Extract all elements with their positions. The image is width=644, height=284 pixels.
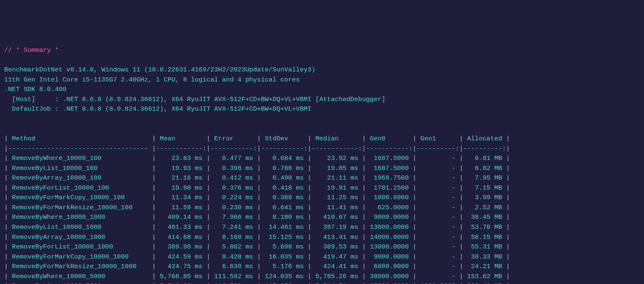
cell-method: RemoveByList_10000_1000 <box>8 223 152 231</box>
cell-method: RemoveByWhere_10000_100 <box>8 155 152 162</box>
cell-error: 0.477 ms <box>210 155 257 162</box>
table-row: | RemoveByForMarkCopy_10000_1000 | 424.5… <box>4 253 510 261</box>
cell-median: 424.41 ms <box>312 263 362 270</box>
table-row: | RemoveByList_10000_1000 | 401.33 ms | … <box>4 223 510 231</box>
cell-error: 0.398 ms <box>210 165 257 172</box>
cell-error: 7.241 ms <box>210 223 257 231</box>
cell-allocated: 7.15 MB <box>463 184 506 192</box>
cell-stddev: 0.641 ms <box>261 204 308 211</box>
cell-median: 5,785.26 ms <box>312 273 362 280</box>
cell-stddev: 0.786 ms <box>261 165 308 172</box>
cell-mean: 409.14 ms <box>156 213 207 221</box>
cell-gen1: - <box>417 273 459 280</box>
cell-stddev: 5.698 ms <box>261 243 308 251</box>
cell-method: RemoveByForMarkCopy_10000_1000 <box>8 253 152 261</box>
cell-gen0: 13000.0000 <box>366 223 413 231</box>
table-row: | RemoveByForList_10000_1000 | 389.90 ms… <box>4 243 510 251</box>
cell-error: 6.630 ms <box>210 263 257 270</box>
cell-gen0: 1000.0000 <box>366 194 413 201</box>
cell-gen1: - <box>417 253 459 261</box>
cell-gen0: 1687.5000 <box>366 155 413 162</box>
cell-error: 8.160 ms <box>210 233 257 241</box>
cell-stddev: 0.684 ms <box>261 155 308 162</box>
env-line-2: 11th Gen Intel Core i5-1135G7 2.40GHz, 1… <box>4 76 300 84</box>
cell-mean: 414.68 ms <box>156 233 207 241</box>
cell-median: 419.47 ms <box>312 253 362 261</box>
cell-gen1: - <box>417 184 459 192</box>
cell-mean: 424.75 ms <box>156 263 207 270</box>
table-row: | RemoveByList_10000_100 | 19.93 ms | 0.… <box>4 165 510 172</box>
cell-gen0: 9000.0000 <box>366 253 413 261</box>
cell-allocated: 6.81 MB <box>463 155 506 162</box>
cell-mean: 23.83 ms <box>156 155 207 162</box>
table-row: | RemoveByWhere_10000_5000 | 5,768.85 ms… <box>4 273 510 280</box>
table-row: | RemoveByForMarkResize_10000_1000 | 424… <box>4 263 510 270</box>
cell-gen1: - <box>417 233 459 241</box>
cell-error: 0.230 ms <box>210 204 257 211</box>
cell-gen1: - <box>417 155 459 162</box>
cell-stddev: 5.176 ms <box>261 263 308 270</box>
cell-mean: 401.33 ms <box>156 223 207 231</box>
table-row: | RemoveByForMarkCopy_10000_100 | 11.34 … <box>4 194 510 201</box>
cell-method: RemoveByArray_10000_100 <box>8 174 152 182</box>
cell-error: 113.798 ms <box>210 282 257 284</box>
cell-mean: 424.59 ms <box>156 253 207 261</box>
cell-mean: 5,713.99 ms <box>156 282 207 284</box>
cell-error: 111.592 ms <box>210 273 257 280</box>
env-line-1: BenchmarkDotNet v0.14.0, Windows 11 (10.… <box>4 66 315 74</box>
cell-median: 410.67 ms <box>312 213 362 221</box>
table-row: | RemoveByForMarkResize_10000_100 | 11.5… <box>4 204 510 211</box>
cell-allocated: 38.45 MB <box>463 213 506 221</box>
cell-gen0: 6000.0000 <box>366 263 413 270</box>
cell-mean: 19.93 ms <box>156 165 207 172</box>
cell-median: 5,714.71 ms <box>312 282 362 284</box>
cell-gen1: - <box>417 223 459 231</box>
cell-error: 5.802 ms <box>210 243 257 251</box>
cell-allocated: 56.15 MB <box>463 233 506 241</box>
terminal-output: // * Summary * BenchmarkDotNet v0.14.0, … <box>4 46 640 284</box>
cell-allocated: 2.52 MB <box>463 204 506 211</box>
cell-gen1: - <box>417 194 459 201</box>
cell-median: 397.19 ms <box>312 223 362 231</box>
cell-median: 11.25 ms <box>312 194 362 201</box>
cell-stddev: 16.035 ms <box>261 253 308 261</box>
cell-median: 23.92 ms <box>312 155 362 162</box>
cell-gen1: - <box>417 174 459 182</box>
cell-method: RemoveByArray_10000_1000 <box>8 233 152 241</box>
env-line-5: DefaultJob : .NET 8.0.8 (8.0.824.36612),… <box>4 105 312 113</box>
cell-gen0: 1968.7500 <box>366 174 413 182</box>
cell-mean: 389.90 ms <box>156 243 207 251</box>
cell-stddev: 15.125 ms <box>261 233 308 241</box>
cell-stddev: 0.418 ms <box>261 184 308 192</box>
env-line-3: .NET SDK 8.0.400 <box>4 86 66 93</box>
cell-allocated: 262.49 MB <box>463 282 506 284</box>
cell-gen1: - <box>417 243 459 251</box>
cell-mean: 11.59 ms <box>156 204 207 211</box>
cell-stddev: 0.368 ms <box>261 194 308 201</box>
cell-error: 0.224 ms <box>210 194 257 201</box>
cell-median: 11.41 ms <box>312 204 362 211</box>
cell-allocated: 53.78 MB <box>463 223 506 231</box>
cell-stddev: 14.461 ms <box>261 223 308 231</box>
cell-method: RemoveByForList_10000_100 <box>8 184 152 192</box>
cell-method: RemoveByForMarkResize_10000_1000 <box>8 263 152 270</box>
cell-allocated: 6.82 MB <box>463 165 506 172</box>
cell-error: 8.428 ms <box>210 253 257 261</box>
cell-method: RemoveByList_10000_100 <box>8 165 152 172</box>
cell-error: 0.376 ms <box>210 184 257 192</box>
cell-allocated: 153.62 MB <box>463 273 506 280</box>
cell-gen1: - <box>417 213 459 221</box>
cell-median: 19.91 ms <box>312 184 362 192</box>
cell-allocated: 55.31 MB <box>463 243 506 251</box>
cell-method: RemoveByList_10000_5000 <box>8 282 152 284</box>
cell-method: RemoveByForMarkCopy_10000_100 <box>8 194 152 201</box>
cell-allocated: 24.21 MB <box>463 263 506 270</box>
table-row: | RemoveByArray_10000_1000 | 414.68 ms |… <box>4 233 510 241</box>
cell-gen0: 13000.0000 <box>366 243 413 251</box>
cell-allocated: 3.99 MB <box>463 194 506 201</box>
cell-gen0: 1781.2500 <box>366 184 413 192</box>
cell-gen0: 14000.0000 <box>366 233 413 241</box>
cell-method: RemoveByWhere_10000_1000 <box>8 213 152 221</box>
cell-mean: 11.34 ms <box>156 194 207 201</box>
summary-comment: // * Summary * <box>4 46 59 54</box>
